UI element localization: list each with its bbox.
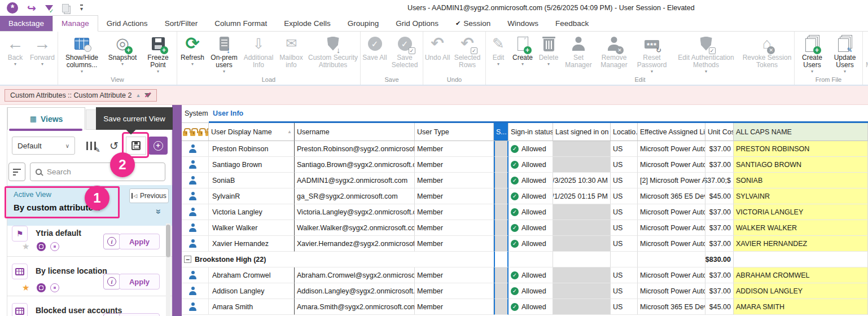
- user-row[interactable]: Santiago BrownSantiago.Brown@sygx2.onmic…: [182, 157, 868, 173]
- view-item-ytria-default[interactable]: ⚑Ytria default★iApply: [7, 226, 172, 256]
- save-current-view-button[interactable]: [126, 137, 146, 155]
- on-prem-users-button[interactable]: ↓On-prem users▾: [207, 33, 242, 76]
- add-view-button[interactable]: +: [148, 137, 168, 155]
- tab-feedback[interactable]: Feedback: [547, 15, 597, 31]
- view-item-by-license-location[interactable]: By license location★iApply: [7, 256, 172, 296]
- signin-label: Allowed: [521, 240, 546, 248]
- collapse-up-icon[interactable]: ▲: [135, 93, 141, 98]
- cell-location: US: [611, 283, 638, 299]
- cell-location: US: [611, 141, 638, 157]
- column-header-license[interactable]: Effective Assigned Licen...: [638, 123, 705, 141]
- apply-view-button[interactable]: Apply: [119, 274, 160, 289]
- edit-authentication-methods-button: ✓Edit Authentication Methods▾: [671, 33, 741, 76]
- cell-all-caps: XAVIER HERNANDEZ: [734, 236, 868, 252]
- user-row[interactable]: Preston RobinsonPreston.Robinson@sygx2.o…: [182, 141, 868, 157]
- button-label: Group Membership...: [864, 54, 868, 69]
- user-row[interactable]: Abraham CromwelAbraham.Cromwel@sygx2.onm…: [182, 267, 868, 283]
- cell-user-type: Member: [415, 267, 494, 283]
- button-label: Show/Hide columns...: [59, 54, 104, 69]
- copy-icon[interactable]: [62, 4, 69, 12]
- shared-badge-icon: [50, 242, 59, 251]
- lock-icon: [198, 131, 203, 136]
- apply-view-button[interactable]: Apply: [119, 234, 160, 249]
- user-row[interactable]: SoniaBAADMIN1@sygx2.onmicrosoft.comMembe…: [182, 173, 868, 188]
- user-row[interactable]: Amara SmithAmara.Smith@sygx2.onmicrosoft…: [182, 299, 868, 315]
- show-hide-columns-button[interactable]: Show/Hide columns...▾: [59, 33, 104, 76]
- button-label: Revoke Session Tokens: [741, 54, 793, 69]
- update-users-button[interactable]: ✎Update Users▾: [828, 33, 861, 76]
- freeze-point-button[interactable]: +Freeze Point▾: [141, 33, 176, 76]
- manage-views-button[interactable]: [81, 137, 101, 155]
- user-row[interactable]: Victoria LangleyVictoria.Langley@sygx2.o…: [182, 204, 868, 220]
- column-band-system[interactable]: System: [182, 105, 209, 123]
- tab-explode-cells[interactable]: Explode Cells: [275, 15, 339, 31]
- cell-user-type: Member: [415, 173, 494, 188]
- group-row[interactable]: −Brookstone High (22)$830.00: [182, 252, 868, 267]
- dropdown-arrow-icon: ▾: [651, 69, 653, 74]
- allowed-check-icon: ✓: [511, 224, 519, 232]
- additional-info-button: ⇩Additional Info: [242, 33, 275, 76]
- tab-grouping[interactable]: Grouping: [339, 15, 388, 31]
- star-icon[interactable]: ★: [22, 283, 29, 293]
- pencil-icon: ✎: [492, 36, 505, 51]
- export-icon[interactable]: ↪: [27, 3, 36, 14]
- cell-license: [638, 252, 705, 267]
- snapshot-button[interactable]: ◎+Snapshot▾: [104, 33, 141, 76]
- apply-view-button[interactable]: Apply: [119, 313, 160, 316]
- view-search: [30, 163, 165, 181]
- collapse-group-icon[interactable]: −: [184, 256, 191, 263]
- button-label: Reset Password: [633, 54, 671, 69]
- user-row[interactable]: Xavier HernandezXavier.Hernandez@sygx2.o…: [182, 236, 868, 252]
- column-header-all_caps[interactable]: ALL CAPS NAME: [734, 123, 868, 141]
- filter-views-button[interactable]: [8, 163, 25, 181]
- tab-backstage[interactable]: Backstage: [0, 15, 52, 31]
- cell-signin-status: ✓Allowed: [508, 283, 553, 299]
- tab-manage[interactable]: Manage: [52, 15, 98, 32]
- column-band-user-info[interactable]: User Info: [209, 105, 868, 123]
- column-header-username[interactable]: Username: [295, 123, 415, 141]
- view-info-button[interactable]: i: [103, 313, 120, 316]
- quick-access-toolbar: * ↪ ▾ Users - AADMIN1@sygx2.onmicrosoft.…: [0, 0, 868, 16]
- user-row[interactable]: Addison LangleyAddison.Langley@sygx2.onm…: [182, 283, 868, 299]
- create-button[interactable]: +Create▾: [510, 33, 536, 76]
- scrollbar-thumb[interactable]: [166, 225, 170, 257]
- tab-session[interactable]: ✔Session: [447, 15, 499, 31]
- column-header-location[interactable]: Locatio...: [611, 123, 638, 141]
- view-info-button[interactable]: i: [103, 274, 120, 289]
- column-header-user_type[interactable]: User Type: [415, 123, 494, 141]
- signin-label: Allowed: [521, 177, 546, 185]
- user-row[interactable]: SylvainRga_SR@sygx2.onmicrosoft.comMembe…: [182, 188, 868, 204]
- view-set-dropdown[interactable]: Default ∨: [12, 137, 75, 155]
- view-info-button[interactable]: i: [103, 234, 120, 249]
- user-row[interactable]: Walker WalkerWalker.Walker@sygx2.onmicro…: [182, 220, 868, 236]
- tab-sort-filter[interactable]: Sort/Filter: [156, 15, 207, 31]
- tab-grid-options[interactable]: Grid Options: [387, 15, 447, 31]
- previous-view-button[interactable]: ◁ Previous: [129, 188, 169, 203]
- search-input[interactable]: [47, 168, 160, 176]
- tab-column-format[interactable]: Column Format: [206, 15, 275, 31]
- view-item-blocked-user-accounts[interactable]: Blocked user accounts★iApply: [7, 296, 172, 316]
- view-list-scrollbar[interactable]: [166, 223, 170, 316]
- chevron-double-down-icon[interactable]: »: [154, 209, 164, 214]
- tab-windows[interactable]: Windows: [499, 15, 547, 31]
- column-header-display_name[interactable]: User Display Name▲: [209, 123, 295, 141]
- column-header-signin[interactable]: Sign-in status: [508, 123, 553, 141]
- cell-s: [494, 220, 508, 236]
- tab-views[interactable]: ▦ Views: [7, 107, 85, 130]
- star-icon[interactable]: ★: [22, 242, 29, 252]
- tab-label: Grid Actions: [107, 19, 148, 28]
- customize-dropdown-icon[interactable]: ▾: [80, 5, 83, 11]
- column-header-unit_cost[interactable]: Unit Cos...: [705, 123, 734, 141]
- panel-splitter[interactable]: [172, 105, 182, 316]
- refresh-button[interactable]: ⟳Refresh▾: [178, 33, 207, 76]
- remove-filter-icon[interactable]: [144, 93, 151, 98]
- filter-checked-icon[interactable]: [45, 5, 53, 11]
- create-users-button[interactable]: +Create Users▾: [796, 33, 828, 76]
- column-header-s[interactable]: S...: [494, 123, 508, 141]
- column-header-last_signin[interactable]: Last signed in on - ...: [553, 123, 611, 141]
- breadcrumb[interactable]: Custom Attributes :: Custom Attribute 2 …: [5, 89, 157, 102]
- cell-row-icon: [182, 299, 209, 315]
- user-icon: [188, 271, 197, 279]
- chevron-down-icon: ∨: [65, 143, 69, 149]
- tab-grid-actions[interactable]: Grid Actions: [98, 15, 156, 31]
